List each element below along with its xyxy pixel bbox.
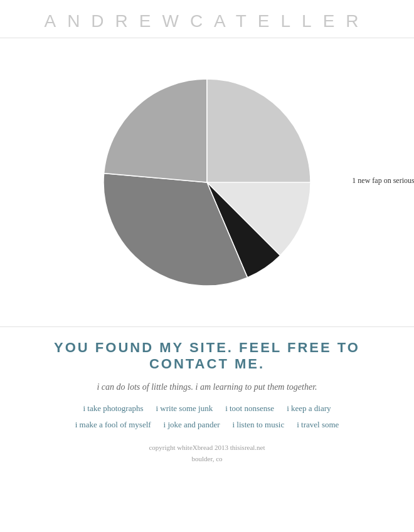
link-joke[interactable]: i joke and pander xyxy=(164,420,220,430)
link-nonsense[interactable]: i toot nonsense xyxy=(225,404,274,414)
pie-segment-4 xyxy=(104,79,207,182)
link-travel[interactable]: i travel some xyxy=(297,420,339,430)
pie-chart-label: 1 new fap on seriously xyxy=(352,176,414,185)
link-music[interactable]: i listen to music xyxy=(232,420,284,430)
pie-segment-5 xyxy=(207,79,310,182)
site-title: ANDREWCATELLER xyxy=(19,11,395,31)
link-junk[interactable]: i write some junk xyxy=(156,404,213,414)
copyright: copyright whiteXbread 2013 thisisreal.ne… xyxy=(25,442,389,464)
link-photographs[interactable]: i take photographs xyxy=(83,404,143,414)
links-row-2: i make a fool of myself i joke and pande… xyxy=(25,420,389,430)
subtitle: i can do lots of little things. i am lea… xyxy=(25,382,389,392)
link-diary[interactable]: i keep a diary xyxy=(287,404,331,414)
header: ANDREWCATELLER xyxy=(0,0,414,38)
copyright-line2: boulder, co xyxy=(191,455,222,462)
copyright-line1: copyright whiteXbread 2013 thisisreal.ne… xyxy=(149,444,265,451)
pie-chart-container: 1 new fap on seriously xyxy=(100,76,314,289)
link-fool[interactable]: i make a fool of myself xyxy=(75,420,151,430)
chart-section: 1 new fap on seriously xyxy=(0,38,414,326)
links-row-1: i take photographs i write some junk i t… xyxy=(25,404,389,414)
pie-chart-svg xyxy=(100,76,314,289)
bottom-section: YOU FOUND MY SITE. FEEL FREE TO CONTACT … xyxy=(0,326,414,483)
main-heading: YOU FOUND MY SITE. FEEL FREE TO CONTACT … xyxy=(25,340,389,372)
